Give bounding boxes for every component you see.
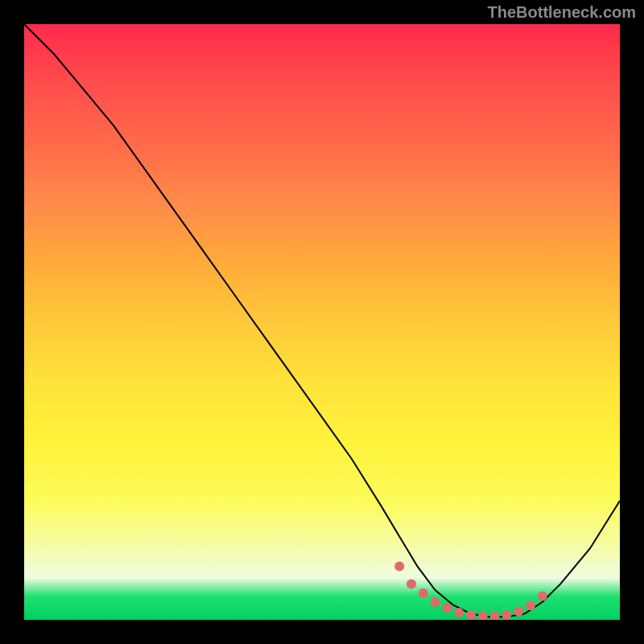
highlight-dot bbox=[419, 588, 428, 598]
highlight-dot bbox=[442, 603, 452, 613]
highlight-dot bbox=[514, 607, 523, 617]
highlight-dot bbox=[538, 591, 547, 601]
highlight-dot bbox=[478, 612, 488, 620]
highlight-dot bbox=[490, 612, 500, 620]
highlight-dot bbox=[502, 610, 511, 620]
highlight-dot bbox=[407, 580, 416, 589]
watermark-text: TheBottleneck.com bbox=[488, 3, 636, 22]
bottleneck-curve bbox=[24, 24, 620, 617]
highlight-dot bbox=[431, 597, 440, 607]
highlight-dot bbox=[466, 610, 476, 620]
highlight-dot bbox=[454, 608, 464, 617]
chart-plot-area bbox=[24, 24, 620, 620]
highlight-dot bbox=[526, 601, 535, 610]
chart-svg bbox=[24, 24, 620, 620]
highlight-dot bbox=[394, 561, 404, 571]
highlight-dots-group bbox=[394, 561, 547, 620]
